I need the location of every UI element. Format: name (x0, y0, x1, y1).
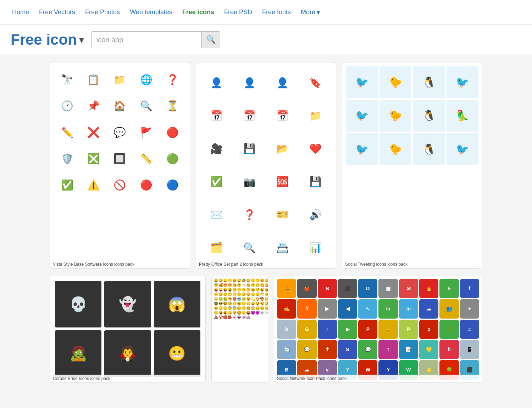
social-icon-cell[interactable]: E (439, 279, 459, 298)
nav-more-button[interactable]: More ▾ (296, 9, 325, 16)
social-icon-cell[interactable]: S (338, 340, 357, 359)
social-icon-cell[interactable]: 🔒 (378, 320, 398, 339)
icon-cell: 📏 (134, 147, 158, 171)
chevron-down-icon: ▾ (317, 9, 320, 16)
social-icon-cell[interactable]: ∿ (358, 299, 377, 318)
social-icon-cell[interactable]: ▶ (338, 320, 357, 339)
emoji-cell: 🤠 (260, 297, 264, 301)
pretty-office-card[interactable]: 👤 👤 👤 🔖 📅 📅 📅 📁 🎥 💾 📂 ❤️ ✅ 📷 🆘 💾 ✉️ ❓ 🎫 … (196, 62, 336, 269)
social-icon-cell[interactable]: ☺ (460, 320, 479, 339)
twitter-bird-cell: 🐦 (447, 133, 479, 165)
social-icon-cell[interactable]: B (318, 279, 337, 298)
social-icon-cell[interactable]: P (399, 320, 418, 339)
social-icon-cell[interactable]: f (460, 279, 479, 298)
social-icon-cell[interactable]: ✍ (277, 299, 296, 318)
social-icon-cell[interactable]: ♪ (318, 320, 337, 339)
social-icon-cell[interactable]: 💬 (297, 340, 316, 359)
social-icon-cell[interactable]: p (419, 320, 438, 339)
emoji-cell: 🤣 (242, 278, 246, 282)
nav-free-vectors[interactable]: Free Vectors (34, 9, 80, 16)
social-icon-cell[interactable]: ▶ (318, 299, 337, 318)
emoji-cell: 😷 (260, 292, 264, 296)
social-icon-cell[interactable]: m (399, 299, 418, 318)
icon-cell: 📅 (234, 100, 265, 131)
title-dropdown-arrow[interactable]: ▾ (79, 34, 84, 46)
vista-icons-card[interactable]: 🔭 📋 📁 🌐 ❓ 🕐 📌 🏠 🔍 ⏳ ✏️ ❌ 💬 🚩 🔴 🛡️ ❎ 🔲 📏 … (50, 62, 190, 269)
social-icon-cell[interactable]: ▦ (378, 279, 398, 298)
nav-home[interactable]: Home (7, 9, 34, 16)
icon-cell: 🔍 (234, 232, 265, 263)
social-icon-cell[interactable]: b (277, 320, 296, 339)
emoji-cell: 😋 (260, 283, 264, 287)
social-icon-cell[interactable]: in (378, 299, 398, 318)
social-icon-cell[interactable]: t (378, 340, 398, 359)
search-button[interactable]: 🔍 (201, 32, 220, 48)
social-network-card[interactable]: 🏃🍎B⬛D▦✉🔥Ef✍ff▶◀∿inm☁👥+bG♪▶P🔒Pp🌿☺🔄💬⬆S💬t📝💛… (274, 276, 482, 383)
emoji-cell: 😃 (218, 278, 223, 282)
emoji-cell: 🤬 (246, 310, 250, 315)
social-icon-cell[interactable]: ff (297, 299, 316, 318)
icon-cell: ❓ (234, 199, 265, 230)
social-icon-cell[interactable]: 🔄 (277, 340, 296, 359)
icon-cell: 🔊 (300, 199, 331, 230)
icon-cell: 🔖 (300, 67, 331, 98)
social-icon-cell[interactable]: 🍎 (297, 279, 316, 298)
emoji-cell: 🤑 (228, 287, 232, 292)
card3-label: Social Tweeting Icons icons pack (342, 260, 482, 268)
social-icon-cell[interactable]: 💬 (358, 340, 377, 359)
emoji-cell: 😁 (228, 278, 232, 282)
nav-free-icons[interactable]: Free icons (177, 9, 219, 16)
emoji-cell: 😢 (242, 306, 246, 310)
social-icon-cell[interactable]: 🌿 (439, 320, 459, 339)
emoji-cell: 🤮 (223, 297, 227, 301)
social-icon-cell[interactable]: 🔥 (419, 279, 438, 298)
emoji-cell: 😒 (223, 292, 227, 296)
nav-web-templates[interactable]: Web templates (125, 9, 177, 16)
social-icon-cell[interactable]: + (460, 299, 479, 318)
social-icon-cell[interactable]: 📱 (460, 340, 479, 359)
icon-cell: 🚫 (108, 173, 132, 197)
emoji-icons-card[interactable]: 😀😃😄😁😆😅🤣😂🙂🙃😉😊😇🥰😍🤩😘😗☺️😚😙🥲😋😛😜🤪😝🤑🤗🤭🤫🤔🤐🤨😐😑😶😏😒… (211, 276, 268, 383)
social-icon-cell[interactable]: D (358, 279, 377, 298)
nav-free-photos[interactable]: Free Photos (80, 9, 125, 16)
emoji-cell: 🥺 (214, 306, 218, 310)
emoji-cell: 😫 (223, 310, 227, 315)
social-icon-cell[interactable]: ✉ (399, 279, 418, 298)
nav-free-fonts[interactable]: Free fonts (257, 9, 296, 16)
social-icon-cell[interactable]: 💛 (419, 340, 438, 359)
social-icon-cell[interactable]: 👥 (439, 299, 459, 318)
social-icon-cell[interactable]: b (439, 340, 459, 359)
corpse-bride-card[interactable]: 💀 👻 😱 🧟 🧛 😬 Corpse Bride Icons icons pac… (50, 276, 206, 383)
social-icon-cell[interactable]: ☁ (419, 299, 438, 318)
emoji-cell: 😔 (242, 292, 246, 296)
emoji-cell: 😄 (223, 278, 227, 282)
twitter-bird-cell: 🐦 (346, 133, 378, 165)
emoji-cell: 😆 (232, 278, 237, 282)
twitter-birds-card[interactable]: 🐦 🐤 🐧 🐦 🐦 🐤 🐧 🦜 🐦 🐤 🐧 🐦 Social Tweeting … (342, 62, 482, 269)
emoji-cell: 😰 (232, 306, 237, 310)
icon-cell: 🎥 (201, 133, 232, 164)
social-icon-cell[interactable]: 🏃 (277, 279, 296, 298)
icon-cell: 📇 (267, 232, 298, 263)
emoji-cell: 🥴 (242, 297, 246, 301)
search-input[interactable] (92, 32, 201, 48)
emoji-cell: 🤥 (237, 292, 241, 296)
emoji-cell: 😪 (246, 292, 250, 296)
icon-cell: ✅ (55, 173, 79, 197)
social-icon-cell[interactable]: 📝 (399, 340, 418, 359)
social-icon-cell[interactable]: ⬛ (338, 279, 357, 298)
icon-cell: 📷 (234, 166, 265, 197)
social-icon-cell[interactable]: G (297, 320, 316, 339)
nav-free-psd[interactable]: Free PSD (219, 9, 257, 16)
emoji-cell: 👺 (228, 315, 232, 319)
social-icon-cell[interactable]: ◀ (338, 299, 357, 318)
social-icon-cell[interactable]: ⬆ (318, 340, 337, 359)
icon-cell: ❎ (81, 147, 105, 171)
emoji-cell: 😕 (232, 301, 237, 305)
emoji-cell: 😍 (223, 283, 227, 287)
emoji-cell: 😥 (237, 306, 241, 310)
social-icon-cell[interactable]: P (358, 320, 377, 339)
emoji-cell: 💫 (251, 297, 255, 301)
emoji-cell: ☺️ (242, 283, 246, 287)
icon-cell: 👤 (201, 67, 232, 98)
